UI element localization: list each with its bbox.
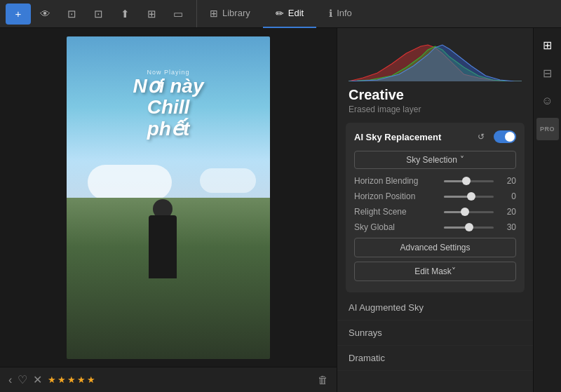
right-panel: Creative Erased image layer AI Sky Repla… — [337, 28, 533, 392]
undo-button[interactable]: ↺ — [474, 130, 488, 144]
toolbar: + 👁 ⊡ ⊡ ⬆ ⊞ ▭ ⊞ Library ✏ Edit ℹ Info — [0, 0, 561, 28]
sky-toggle[interactable] — [494, 130, 516, 143]
tab-library[interactable]: ⊞ Library — [197, 0, 263, 28]
sky-card-header: AI Sky Replacement ↺ — [354, 130, 516, 144]
sky-global-label: Sky Global — [354, 222, 438, 232]
photo-text-overlay: Now Playing Nơi này Chill phết — [67, 69, 270, 140]
edit-icon: ✏ — [276, 8, 284, 19]
menu-item-ai-augmented-sky[interactable]: AI Augmented Sky — [337, 295, 533, 320]
main-content: Now Playing Nơi này Chill phết ‹ ♡ ✕ ★ ★… — [0, 28, 561, 392]
relight-scene-slider[interactable] — [444, 211, 494, 213]
main-title: Nơi này Chill phết — [67, 76, 270, 140]
menu-item-sunrays[interactable]: Sunrays — [337, 320, 533, 346]
info-icon: ℹ — [329, 8, 332, 19]
horizon-blending-slider[interactable] — [444, 180, 494, 182]
advanced-settings-button[interactable]: Advanced Settings — [354, 238, 516, 257]
horizon-blending-label: Horizon Blending — [354, 176, 438, 186]
image-panel: Now Playing Nơi này Chill phết ‹ ♡ ✕ ★ ★… — [0, 28, 337, 392]
histogram-svg — [349, 39, 522, 81]
heart-icon[interactable]: ♡ — [18, 373, 27, 386]
figure-body — [149, 215, 177, 278]
compare-button[interactable]: ⊡ — [59, 4, 84, 25]
panel-subtitle: Erased image layer — [337, 104, 533, 120]
sky-selection-button[interactable]: Sky Selection ˅ — [354, 151, 516, 169]
relight-scene-row: Relight Scene 20 — [354, 207, 516, 217]
layers-button[interactable]: ⊞ — [536, 34, 559, 56]
sky-global-value: 30 — [499, 222, 516, 232]
tab-edit[interactable]: ✏ Edit — [263, 0, 316, 28]
relight-scene-value: 20 — [499, 207, 516, 217]
view-button[interactable]: 👁 — [32, 4, 58, 25]
tab-info[interactable]: ℹ Info — [316, 0, 365, 28]
adjustments-button[interactable]: ⊟ — [536, 62, 559, 84]
image-bottom-bar: ‹ ♡ ✕ ★ ★ ★ ★ ★ 🗑 — [0, 367, 337, 392]
menu-item-dramatic[interactable]: Dramatic — [337, 346, 533, 371]
photo-frame: Now Playing Nơi này Chill phết — [67, 36, 270, 359]
trash-button[interactable]: 🗑 — [318, 374, 328, 386]
prev-icon[interactable]: ‹ — [8, 374, 12, 386]
close-icon[interactable]: ✕ — [33, 373, 42, 386]
bottom-actions: ‹ ♡ ✕ ★ ★ ★ ★ ★ — [8, 373, 95, 386]
edit-mask-button[interactable]: Edit Mask ˅ — [354, 262, 516, 281]
grid-button[interactable]: ⊞ — [139, 4, 164, 25]
add-button[interactable]: + — [6, 4, 31, 25]
pro-button[interactable]: PRO — [536, 118, 559, 140]
sky-card: AI Sky Replacement ↺ Sky Selection ˅ Hor… — [346, 123, 525, 292]
right-panel-scroll: Creative Erased image layer AI Sky Repla… — [337, 28, 533, 392]
library-icon: ⊞ — [210, 8, 218, 19]
sky-global-row: Sky Global 30 — [354, 222, 516, 232]
toolbar-left: + 👁 ⊡ ⊡ ⬆ ⊞ ▭ — [0, 0, 197, 27]
horizon-blending-row: Horizon Blending 20 — [354, 176, 516, 186]
crop-button[interactable]: ⊡ — [86, 4, 111, 25]
horizon-position-row: Horizon Position 0 — [354, 191, 516, 201]
panel-title: Creative — [337, 84, 533, 104]
share-button[interactable]: ⬆ — [112, 4, 137, 25]
horizon-blending-value: 20 — [499, 176, 516, 186]
histogram-area — [337, 28, 533, 84]
sky-card-controls: ↺ — [474, 130, 516, 144]
right-sidebar: ⊞ ⊟ ☺ PRO — [533, 28, 561, 392]
toolbar-right: ⊞ Library ✏ Edit ℹ Info — [197, 0, 365, 27]
relight-scene-label: Relight Scene — [354, 207, 438, 217]
image-container: Now Playing Nơi này Chill phết — [0, 28, 337, 367]
horizon-position-value: 0 — [499, 191, 516, 201]
window-button[interactable]: ▭ — [165, 4, 191, 25]
star-rating[interactable]: ★ ★ ★ ★ ★ — [48, 374, 95, 385]
photo-figure — [135, 187, 191, 278]
sky-card-title: AI Sky Replacement — [354, 132, 441, 142]
sky-global-slider[interactable] — [444, 227, 494, 229]
horizon-position-slider[interactable] — [444, 196, 494, 198]
horizon-position-label: Horizon Position — [354, 191, 438, 201]
face-retouch-button[interactable]: ☺ — [536, 90, 559, 112]
